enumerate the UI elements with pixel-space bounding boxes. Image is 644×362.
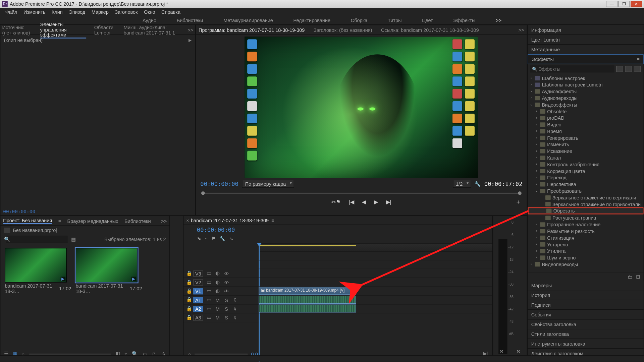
zoom-fit-dropdown[interactable]: По размеру кадра xyxy=(242,180,294,188)
menu-help[interactable]: Справка xyxy=(159,8,183,15)
effect-controls-timecode[interactable]: 00:00:00:00 xyxy=(3,208,35,214)
tab-source[interactable]: Источник: (нет клипов) xyxy=(2,24,32,35)
time-ruler[interactable] xyxy=(259,244,492,252)
panel-menu-icon[interactable]: ≡ xyxy=(637,57,639,62)
tab-program[interactable]: Программа: bandicam 2017-07-31 18-38-19-… xyxy=(199,27,305,33)
effects-tree-item[interactable]: ›Искажение xyxy=(528,147,643,154)
effects-tree-item[interactable]: ›proDAD xyxy=(528,115,643,121)
track-header[interactable]: 🔒A2▭MS🎙 xyxy=(183,305,259,313)
ws-titles[interactable]: Титры xyxy=(384,16,405,24)
preset-type-icon-2[interactable] xyxy=(625,66,632,72)
effects-tree-item[interactable]: ›Стилизация xyxy=(528,234,643,241)
delete-icon[interactable]: ⊟ xyxy=(636,274,640,280)
tab-effect-controls[interactable]: Элементы управления эффектами xyxy=(40,21,86,38)
solo-right[interactable]: S xyxy=(517,349,520,354)
effects-tree-item[interactable]: ›Канал xyxy=(528,154,643,161)
effects-tree-item[interactable]: ›Прозрачное наложение xyxy=(528,221,643,228)
play-icon[interactable]: ▶ xyxy=(374,199,378,205)
menu-window[interactable]: Окно xyxy=(141,8,158,15)
timeline-timecode[interactable]: 00:00:00:00 xyxy=(197,227,235,233)
track-header[interactable]: 🔒A3▭MS🎙 xyxy=(183,313,259,322)
step-back-icon[interactable]: |◀ xyxy=(349,199,354,205)
ws-audio[interactable]: Аудио xyxy=(139,16,160,24)
effects-tree-item[interactable]: ›Шаблоны настроек xyxy=(528,75,643,81)
tab-lumetri-color[interactable]: Цвет Lumetri xyxy=(528,35,643,45)
effects-tree[interactable]: ›Шаблоны настроек›Шаблоны настроек Lumet… xyxy=(528,74,643,273)
menu-edit[interactable]: Изменить xyxy=(21,8,48,15)
tab-captions[interactable]: Подписи xyxy=(528,300,643,310)
tab-media-browser[interactable]: Браузер медиаданных xyxy=(67,218,118,224)
audio-clip[interactable] xyxy=(259,296,356,304)
ws-assembly[interactable]: Сборка xyxy=(347,16,371,24)
ws-effects[interactable]: Эффекты xyxy=(450,16,479,24)
step-fwd-icon[interactable]: ▶| xyxy=(386,199,391,205)
effects-tree-item[interactable]: ›Генерировать xyxy=(528,134,643,141)
timeline-zoom-slider[interactable] xyxy=(195,353,248,354)
tab-history[interactable]: История xyxy=(528,290,643,300)
solo-left[interactable]: S xyxy=(500,349,503,354)
track-lane[interactable] xyxy=(259,313,492,322)
track-lane[interactable] xyxy=(259,296,492,304)
tab-libraries[interactable]: Библиотеки xyxy=(124,218,151,224)
ws-editing[interactable]: Редактирование xyxy=(290,16,334,24)
track-header[interactable]: 🔒V2▭◐👁 xyxy=(183,278,259,287)
effects-tree-item[interactable]: ›Видео xyxy=(528,121,643,128)
effects-tree-item[interactable]: ›Переход xyxy=(528,174,643,181)
program-scrubber[interactable] xyxy=(201,190,522,196)
resolution-dropdown[interactable]: 1/2 xyxy=(453,180,471,188)
filter-icon[interactable]: ▦ xyxy=(71,236,75,242)
effects-tree-item[interactable]: ›Контроль изображения xyxy=(528,161,643,168)
effects-tree-item[interactable]: ›Шум и зерно xyxy=(528,254,643,261)
tab-reference[interactable]: Ссылка: bandicam 2017-07-31 18-38-19-309 xyxy=(381,27,479,33)
new-bin-icon[interactable]: 🗀 xyxy=(628,274,633,280)
track-lane[interactable] xyxy=(259,269,492,278)
add-marker-icon[interactable]: ⚑ xyxy=(211,236,216,242)
ws-metalogging[interactable]: Метажурналирование xyxy=(220,16,276,24)
menu-clip[interactable]: Клип xyxy=(49,8,65,15)
collapse-icon[interactable]: ▶ xyxy=(189,38,192,42)
effects-tree-item[interactable]: ›Утилита xyxy=(528,247,643,254)
tab-title-styles[interactable]: Стили заголовка xyxy=(528,329,643,339)
snap-icon[interactable]: ⬊ xyxy=(197,236,201,242)
tab-title-props[interactable]: Свойства заголовка xyxy=(528,319,643,329)
effects-tree-item[interactable]: ›Перспектива xyxy=(528,181,643,187)
effects-tree-item[interactable]: Зеркальное отражение по горизонтали xyxy=(528,201,643,207)
button-editor-icon[interactable]: ＋ xyxy=(515,198,521,206)
settings-icon[interactable]: 🔧 xyxy=(475,181,481,187)
effects-tree-item[interactable]: ›Коррекция цвета xyxy=(528,168,643,174)
track-lane[interactable] xyxy=(259,278,492,287)
effects-tree-item[interactable]: ⌄Видеоэффекты xyxy=(528,101,643,108)
tab-title-tools[interactable]: Инструменты заголовка xyxy=(528,339,643,349)
ws-more[interactable]: >> xyxy=(492,16,505,24)
video-clip[interactable]: ▣ bandicam 2017-07-31 18-38-19-309.mp4 [… xyxy=(259,287,356,295)
ws-color[interactable]: Цвет xyxy=(419,16,437,24)
linked-selection-icon[interactable]: ∩ xyxy=(204,236,208,242)
wrench-icon[interactable]: ↘ xyxy=(229,236,233,242)
track-header[interactable]: 🔒V3▭◐👁 xyxy=(183,269,259,278)
menu-sequence[interactable]: Эпизод xyxy=(66,8,88,15)
preset-type-icon-3[interactable] xyxy=(634,66,641,72)
program-tabs-more[interactable]: >> xyxy=(519,27,524,33)
effects-search-input[interactable] xyxy=(530,65,614,72)
zoom-slider[interactable] xyxy=(29,353,111,354)
tab-lumetri-scopes[interactable]: Области Lumetri xyxy=(94,24,116,35)
effects-tree-item[interactable]: ›Obsolete xyxy=(528,108,643,115)
program-monitor[interactable] xyxy=(245,37,478,178)
project-search-input[interactable] xyxy=(6,236,68,243)
tabs-more[interactable]: >> xyxy=(187,27,193,33)
panel-menu-icon[interactable]: ≡ xyxy=(271,218,274,223)
frame-back-icon[interactable]: ◀ xyxy=(362,199,366,205)
menu-file[interactable]: Файл xyxy=(3,8,20,15)
tab-audio-mixer[interactable]: Микш. аудиоклипа: bandicam 2017-07-31 1 xyxy=(124,24,180,35)
preset-type-icon[interactable] xyxy=(616,66,623,72)
tab-events[interactable]: События xyxy=(528,310,643,319)
effects-tree-item[interactable]: ›Аудиопереходы xyxy=(528,95,643,101)
add-marker-icon[interactable]: ✂⚑ xyxy=(331,199,341,205)
project-tabs-more[interactable]: >> xyxy=(161,218,167,224)
settings-icon[interactable]: 🔧 xyxy=(219,236,225,242)
effects-tree-item[interactable]: ⌄Преобразовать xyxy=(528,187,643,194)
effects-tree-item[interactable]: Растушевка границ xyxy=(528,215,643,221)
tab-title[interactable]: Заголовок: (без названия) xyxy=(314,27,372,33)
track-lane[interactable] xyxy=(259,305,492,313)
track-lane[interactable]: ▣ bandicam 2017-07-31 18-38-19-309.mp4 [… xyxy=(259,287,492,296)
